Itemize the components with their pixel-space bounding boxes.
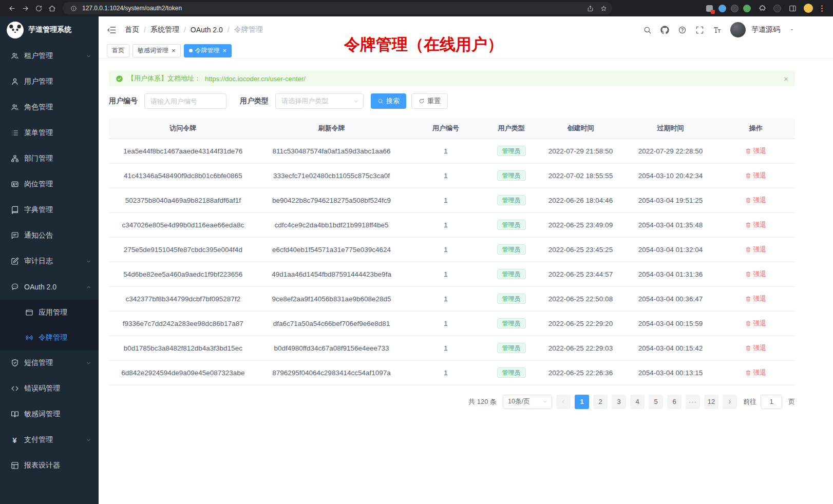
page-button-5[interactable]: 5 [649,395,663,409]
pagination: 共 120 条 10条/页 123456···12 前往 页 [109,395,795,409]
theme-extension-icon[interactable] [773,5,781,12]
delete-icon [745,197,751,203]
sidebar-item-user[interactable]: 用户管理 [0,69,99,94]
share-icon[interactable] [583,2,597,15]
next-page-button[interactable] [723,395,737,409]
browser-home-icon[interactable] [45,2,59,15]
bookmark-star-icon[interactable] [597,2,610,15]
pagination-ellipsis[interactable]: ··· [686,395,700,409]
sidebar-item-oauth2[interactable]: OAuth 2.0 [0,274,99,300]
sidebar-item-report-designer[interactable]: 报表设计器 [0,453,99,478]
browser-forward-icon[interactable] [18,2,32,15]
create-time-cell: 2022-06-25 23:49:09 [537,212,624,237]
user-id-cell: 1 [406,286,485,311]
page-button-1[interactable]: 1 [575,395,589,409]
browser-menu-icon[interactable] [818,5,826,12]
user-id-input[interactable] [144,93,226,109]
page-button-2[interactable]: 2 [593,395,608,409]
sidebar-item-error-code[interactable]: 错误码管理 [0,376,99,401]
menu-fold-icon[interactable] [107,25,117,35]
browser-reload-icon[interactable] [32,2,45,15]
search-button[interactable]: 搜索 [371,93,406,109]
browser-back-icon[interactable] [5,2,18,15]
page-size-select[interactable]: 10条/页 [503,395,552,409]
force-logout-button[interactable]: 强退 [745,146,766,156]
browser-profile-avatar[interactable] [804,4,813,13]
expire-time-cell: 2022-07-29 22:28:50 [624,139,716,163]
extensions-puzzle-icon[interactable] [755,2,769,15]
refresh-token-cell: 49d1aa46d1454fbd87591444423be9fa [257,262,406,286]
force-logout-button[interactable]: 强退 [745,196,766,205]
sidebar-item-app[interactable]: 应用管理 [0,300,99,325]
access-token-cell: f9336e7c7dd242a283ee98dc86b17a87 [109,311,257,336]
extension-blue-icon[interactable] [718,5,726,12]
reset-button[interactable]: 重置 [411,93,448,109]
url-bar[interactable]: 127.0.0.1:1024/system/oauth2/token [63,2,612,14]
refresh-token-cell: dfa6c71a50a54c66bef706ef9e6e8d81 [257,311,406,336]
prev-page-button[interactable] [556,395,571,409]
access-token-cell: c342377bf8b344799dcbf7bf095287f2 [109,286,257,311]
sidebar-item-dict[interactable]: 字典管理 [0,197,99,223]
user-type-cell: 管理员 [485,237,537,262]
tab-home[interactable]: 首页 [107,44,129,57]
access-token-cell: b0d1785bc3a8482f812db4a3f3bd15ec [109,336,257,360]
tab-token[interactable]: 令牌管理× [184,44,232,57]
force-logout-button[interactable]: 强退 [745,171,766,180]
sidebar-item-label: 角色管理 [24,103,91,112]
extension-green-icon[interactable] [743,5,751,12]
site-info-icon[interactable] [69,4,78,13]
sidebar-item-notice[interactable]: 通知公告 [0,223,99,248]
sidebar-item-role[interactable]: 角色管理 [0,94,99,120]
github-icon[interactable] [660,26,669,34]
goto-page-input[interactable] [761,395,782,409]
sidebar-item-token[interactable]: 令牌管理 [0,325,99,350]
fullscreen-icon[interactable] [695,26,704,34]
breadcrumb-item[interactable]: OAuth 2.0 [191,26,223,34]
sidebar-item-menu[interactable]: 菜单管理 [0,120,99,146]
extension-grid-icon[interactable] [705,4,714,13]
force-logout-button[interactable]: 强退 [745,269,766,279]
user-avatar[interactable] [730,22,746,37]
user-type-select[interactable]: 请选择用户类型 [275,93,364,109]
force-logout-button[interactable]: 强退 [745,319,766,328]
page-button-6[interactable]: 6 [667,395,681,409]
force-logout-button[interactable]: 强退 [745,294,766,303]
page-button-4[interactable]: 4 [630,395,645,409]
force-logout-button[interactable]: 强退 [745,343,766,353]
force-logout-button[interactable]: 强退 [745,220,766,229]
delete-icon [745,246,751,253]
sidebar-item-audit-log[interactable]: 审计日志 [0,248,99,274]
page-button-12[interactable]: 12 [704,395,718,409]
close-icon[interactable]: × [223,47,227,54]
table-row: c347026e805e4d99b0d116eae66eda8ccdfc4ce9… [109,212,795,237]
sidebar: 芋道管理系统 租户管理用户管理角色管理菜单管理部门管理岗位管理字典管理通知公告审… [0,16,99,504]
action-cell: 强退 [717,188,795,212]
search-icon[interactable] [643,26,652,34]
username[interactable]: 芋道源码 [751,25,780,34]
sidebar-item-sms[interactable]: 短信管理 [0,350,99,376]
user-type-cell: 管理员 [485,188,537,212]
extension-dark-icon[interactable] [731,5,739,12]
tab-sensitive-word[interactable]: 敏感词管理× [132,44,181,57]
browser-chrome: 127.0.0.1:1024/system/oauth2/token [0,0,833,16]
close-icon[interactable]: × [784,74,788,83]
alert-link[interactable]: https://doc.iocoder.cn/user-center/ [205,75,306,83]
breadcrumb-item[interactable]: 首页 [125,25,139,34]
create-time-cell: 2022-06-26 18:04:46 [537,188,624,212]
total-count: 共 120 条 [468,397,497,406]
chevron-down-icon[interactable] [789,27,795,33]
sidebar-item-dept[interactable]: 部门管理 [0,146,99,171]
close-icon[interactable]: × [172,47,176,54]
sidebar-item-pay[interactable]: ¥支付管理 [0,427,99,453]
sidebar-item-sensitive-word[interactable]: 敏感词管理 [0,401,99,427]
sidebar-item-tenant[interactable]: 租户管理 [0,43,99,69]
breadcrumb-item[interactable]: 系统管理 [150,25,179,34]
page-button-3[interactable]: 3 [612,395,626,409]
force-logout-button[interactable]: 强退 [745,245,766,254]
force-logout-button[interactable]: 强退 [745,368,766,377]
chevron-down-icon [542,399,548,404]
split-view-icon[interactable] [786,2,799,15]
sidebar-item-post[interactable]: 岗位管理 [0,171,99,197]
help-icon[interactable] [678,26,687,34]
font-size-icon[interactable] [713,26,722,34]
